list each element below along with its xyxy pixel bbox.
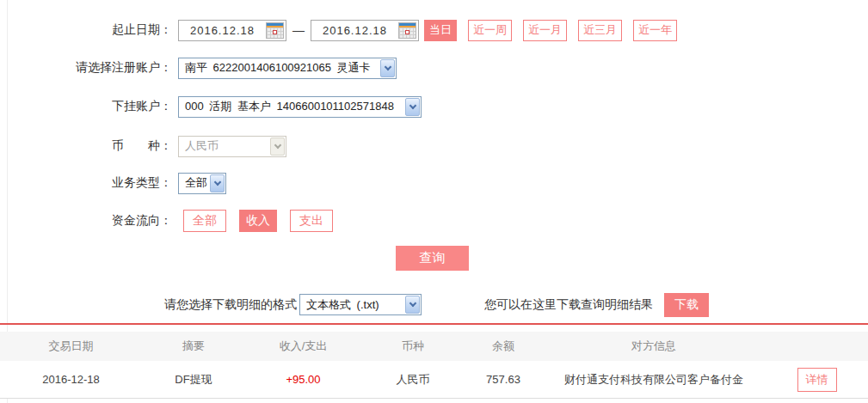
business-type-value: 全部	[179, 175, 209, 191]
download-row: 请您选择下载明细的格式 文本格式 (.txt) 您可以在这里下载查询明细结果 下…	[0, 293, 709, 316]
chevron-down-icon	[270, 137, 285, 156]
cell-balance: 757.63	[465, 373, 542, 386]
start-date-value[interactable]: 2016.12.18	[179, 24, 266, 37]
cell-date: 2016-12-18	[0, 373, 142, 386]
business-type-row: 业务类型： 全部	[0, 172, 226, 194]
table-header: 交易日期 摘要 收入/支出 币种 余额 对方信息	[0, 332, 868, 361]
cell-amount: +95.00	[245, 373, 361, 386]
end-date-input[interactable]: 2016.12.18	[311, 20, 419, 41]
register-account-label: 请选择注册账户：	[0, 60, 172, 76]
download-format-select[interactable]: 文本格式 (.txt)	[299, 294, 422, 315]
query-button[interactable]: 查询	[396, 246, 469, 271]
chevron-down-icon[interactable]	[210, 174, 225, 192]
header-currency: 币种	[361, 339, 465, 354]
header-amount: 收入/支出	[245, 339, 361, 354]
cell-counterparty: 财付通支付科技有限公司客户备付金	[542, 372, 766, 388]
sub-account-select[interactable]: 000 活期 基本户 1406600101102571848	[178, 96, 422, 118]
chevron-down-icon[interactable]	[405, 98, 420, 116]
date-range-label: 起止日期：	[0, 22, 172, 38]
detail-button[interactable]: 详情	[797, 368, 837, 392]
table-top-divider	[0, 323, 868, 325]
cell-currency: 人民币	[361, 372, 465, 388]
currency-value: 人民币	[179, 138, 269, 154]
fund-flow-income-button[interactable]: 收入	[239, 210, 277, 232]
chevron-down-icon[interactable]	[405, 296, 420, 314]
business-type-label: 业务类型：	[0, 175, 172, 191]
calendar-icon[interactable]	[398, 22, 416, 39]
fund-flow-row: 资金流向： 全部 收入 支出	[0, 210, 333, 232]
date-range-separator: —	[292, 23, 305, 37]
download-hint: 您可以在这里下载查询明细结果	[484, 297, 653, 313]
fund-flow-label: 资金流向：	[0, 213, 172, 229]
cell-summary: DF提现	[142, 372, 245, 388]
register-account-row: 请选择注册账户： 南平 6222001406100921065 灵通卡	[0, 57, 397, 79]
quick-range-week-button[interactable]: 近一周	[468, 20, 512, 41]
download-format-label: 请您选择下载明细的格式	[0, 297, 297, 313]
calendar-icon[interactable]	[266, 22, 284, 39]
end-date-value[interactable]: 2016.12.18	[311, 24, 398, 37]
sub-account-label: 下挂账户：	[0, 99, 172, 114]
register-account-value: 南平 6222001406100921065 灵通卡	[179, 60, 379, 76]
quick-range-3months-button[interactable]: 近三月	[578, 20, 622, 41]
sub-account-value: 000 活期 基本户 1406600101102571848	[179, 99, 404, 114]
register-account-select[interactable]: 南平 6222001406100921065 灵通卡	[178, 58, 397, 79]
download-button[interactable]: 下载	[664, 293, 709, 317]
start-date-input[interactable]: 2016.12.18	[178, 20, 286, 41]
header-counterparty: 对方信息	[542, 339, 766, 354]
sub-account-row: 下挂账户： 000 活期 基本户 1406600101102571848	[0, 95, 422, 118]
currency-row: 币 种： 人民币	[0, 135, 286, 157]
header-balance: 余额	[465, 339, 542, 354]
header-summary: 摘要	[142, 339, 245, 354]
quick-range-year-button[interactable]: 近一年	[633, 20, 677, 41]
quick-range-month-button[interactable]: 近一月	[523, 20, 567, 41]
business-type-select[interactable]: 全部	[178, 173, 226, 194]
fund-flow-expense-button[interactable]: 支出	[290, 210, 333, 232]
date-range-row: 起止日期： 2016.12.18 — 2016.12.18 当日 近一周 近一月…	[0, 19, 677, 41]
table-row: 2016-12-18 DF提现 +95.00 人民币 757.63 财付通支付科…	[0, 361, 868, 399]
chevron-down-icon[interactable]	[380, 59, 395, 77]
currency-select: 人民币	[178, 136, 286, 157]
header-date: 交易日期	[0, 339, 142, 354]
download-format-value: 文本格式 (.txt)	[300, 297, 404, 313]
quick-range-today-button[interactable]: 当日	[424, 20, 457, 41]
currency-label: 币 种：	[0, 138, 172, 154]
fund-flow-all-button[interactable]: 全部	[183, 210, 226, 232]
